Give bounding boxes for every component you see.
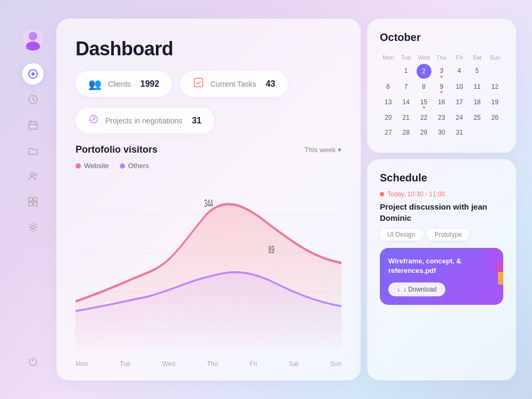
cal-day-16[interactable]: 16 [433,95,450,110]
svg-rect-16 [29,202,32,206]
stat-card-clients: 👥 Clients 1992 [76,71,172,97]
cal-day-27[interactable]: 27 [380,126,396,140]
file-decoration [461,248,503,290]
clients-icon: 👥 [88,78,102,90]
svg-rect-8 [29,122,37,129]
svg-rect-30 [498,272,503,285]
cal-day-19[interactable]: 19 [487,95,503,110]
chart-section: Portofolio visitors This week ▾ Website … [76,144,342,368]
chart-filter[interactable]: This week ▾ [304,146,342,154]
clients-value: 1992 [140,79,160,89]
cal-day-20[interactable]: 20 [380,111,396,125]
cal-day-11[interactable]: 11 [469,80,485,94]
calendar-card: October Mon Tue Wed Thu Fri Sat Sun 1 2 … [367,19,516,153]
sidebar-item-dashboard[interactable] [22,63,44,85]
cal-day-3[interactable]: 3 [433,64,450,79]
legend-website: Website [76,162,109,170]
cal-day-22[interactable]: 22 [415,111,432,125]
svg-text:89: 89 [269,244,275,255]
sidebar-item-calendar[interactable] [22,114,44,136]
stats-row-2: Projects in negotiations 31 [76,107,342,134]
page-title: Dashboard [76,38,342,60]
calendar-grid: Mon Tue Wed Thu Fri Sat Sun 1 2 3 4 5 6 … [380,52,503,140]
tasks-icon [193,77,204,90]
website-legend-dot [76,163,81,169]
stats-row-1: 👥 Clients 1992 Current Tasks 43 [76,71,342,97]
cal-day-23[interactable]: 23 [433,111,450,125]
svg-rect-17 [34,202,37,206]
sidebar-item-users[interactable] [22,165,44,187]
schedule-card: Schedule Today, 10:30 - 11:00 Project di… [367,159,516,380]
cal-day-empty4 [487,126,503,140]
cal-day-18[interactable]: 18 [469,95,485,110]
chart-title: Portofolio visitors [76,144,157,155]
cal-day-6[interactable]: 6 [380,80,396,94]
right-panel: October Mon Tue Wed Thu Fri Sat Sun 1 2 … [367,19,516,380]
cal-header-sat: Sat [469,52,485,63]
cal-day-empty3 [469,126,485,140]
schedule-tags: UI Design Prototype [380,229,503,240]
cal-header-tue: Tue [397,52,414,63]
cal-day-15[interactable]: 15 [415,95,432,110]
stat-card-negotiations: Projects in negotiations 31 [76,107,214,134]
time-dot [380,192,384,196]
schedule-time: Today, 10:30 - 11:00 [380,190,503,198]
tasks-value: 43 [266,79,276,89]
tag-ui-design: UI Design [380,229,423,240]
cal-day-1[interactable]: 1 [397,64,414,79]
main-panel: Dashboard 👥 Clients 1992 Current Tasks 4… [56,19,361,380]
cal-day-4[interactable]: 4 [451,64,468,79]
negotiations-icon [88,114,99,127]
calendar-month: October [380,31,503,44]
sidebar-item-folder[interactable] [22,140,44,161]
cal-day-7[interactable]: 7 [397,80,414,94]
download-button[interactable]: ↓ ↓ Download [388,282,445,296]
main-container: Dashboard 👥 Clients 1992 Current Tasks 4… [16,19,516,380]
svg-rect-14 [29,197,32,201]
cal-day-28[interactable]: 28 [397,126,414,140]
sidebar-item-grid[interactable] [22,191,44,212]
cal-day-empty2 [487,64,503,79]
sidebar-item-time[interactable] [22,89,44,110]
sidebar [16,19,50,380]
svg-point-18 [31,226,35,229]
cal-header-sun: Sun [487,52,503,63]
cal-day-8[interactable]: 8 [415,80,432,94]
svg-point-12 [30,173,34,176]
avatar[interactable] [21,27,45,51]
cal-day-24[interactable]: 24 [451,111,468,125]
legend-others: Others [120,162,149,170]
svg-point-21 [93,117,94,118]
cal-day-empty [380,64,396,79]
tasks-label: Current Tasks [210,80,256,88]
cal-day-10[interactable]: 10 [451,80,468,94]
sidebar-item-power[interactable] [22,351,44,372]
cal-day-30[interactable]: 30 [433,126,450,140]
tag-prototype: Prototype [427,229,469,240]
svg-line-7 [33,99,35,101]
cal-day-29[interactable]: 29 [415,126,432,140]
others-legend-dot [120,163,125,169]
svg-rect-15 [34,197,37,201]
cal-day-31[interactable]: 31 [451,126,468,140]
cal-day-9[interactable]: 9 [433,80,450,94]
svg-point-1 [29,32,37,40]
cal-day-26[interactable]: 26 [487,111,503,125]
cal-day-25[interactable]: 25 [469,111,485,125]
cal-header-wed: Wed [415,52,432,63]
cal-day-12[interactable]: 12 [487,80,503,94]
cal-day-13[interactable]: 13 [380,95,396,110]
cal-day-2-today[interactable]: 2 [417,64,431,79]
x-axis-labels: Mon Tue Wed Thu Fri Sat Sun [76,356,342,368]
cal-day-21[interactable]: 21 [397,111,414,125]
svg-point-4 [31,72,35,76]
cal-day-5[interactable]: 5 [469,64,485,79]
chart-area: 344 89 [76,176,342,350]
chart-header: Portofolio visitors This week ▾ [76,144,342,155]
cal-day-14[interactable]: 14 [397,95,414,110]
cal-header-fri: Fri [451,52,468,63]
file-card: Wireframe, concept, & references.pdf ↓ ↓… [380,248,503,304]
negotiations-label: Projects in negotiations [105,117,182,125]
sidebar-item-settings[interactable] [22,217,44,238]
cal-day-17[interactable]: 17 [451,95,468,110]
